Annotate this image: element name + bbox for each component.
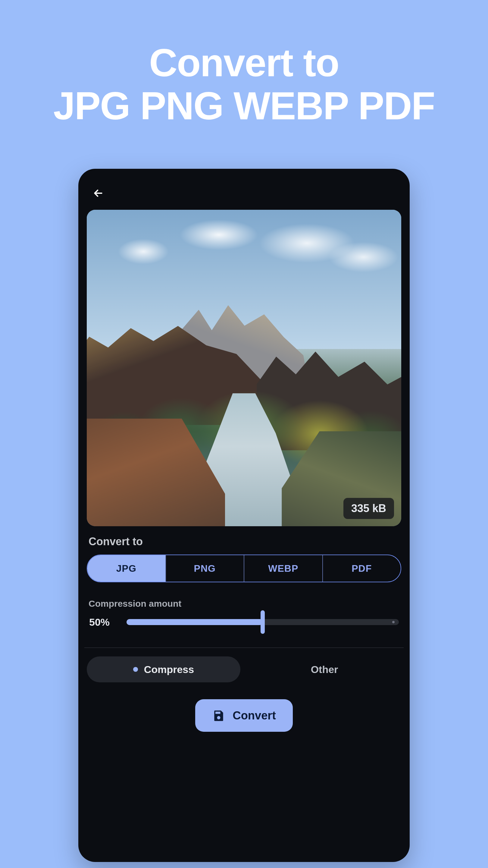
format-option-webp[interactable]: WEBP: [244, 555, 322, 582]
hero-line-2: JPG PNG WEBP PDF: [0, 84, 488, 129]
mode-row: Compress Other: [87, 656, 401, 682]
convert-to-label: Convert to: [89, 535, 401, 548]
divider: [84, 647, 404, 648]
format-option-png[interactable]: PNG: [165, 555, 244, 582]
arrow-left-icon: [92, 187, 104, 199]
file-size-badge: 335 kB: [344, 498, 394, 519]
image-preview[interactable]: 335 kB: [87, 210, 401, 526]
mode-other[interactable]: Other: [248, 664, 401, 675]
format-segmented-control: JPG PNG WEBP PDF: [87, 555, 401, 582]
convert-button-label: Convert: [233, 709, 276, 722]
top-bar: [87, 183, 401, 204]
save-icon: [212, 709, 225, 722]
convert-wrap: Convert: [87, 699, 401, 732]
slider-thumb[interactable]: [261, 610, 265, 634]
format-option-jpg[interactable]: JPG: [87, 555, 165, 582]
mode-compress-pill[interactable]: Compress: [87, 656, 240, 682]
compression-slider[interactable]: [127, 614, 399, 630]
back-button[interactable]: [90, 185, 107, 202]
compression-row: 50%: [87, 611, 401, 630]
slider-fill: [127, 619, 263, 625]
phone-frame: 335 kB Convert to JPG PNG WEBP PDF Compr…: [78, 169, 410, 862]
format-option-pdf[interactable]: PDF: [322, 555, 401, 582]
hero-line-1: Convert to: [0, 42, 488, 84]
hero-banner: Convert to JPG PNG WEBP PDF: [0, 0, 488, 128]
dot-indicator-icon: [133, 667, 138, 672]
convert-button[interactable]: Convert: [195, 699, 293, 732]
mode-compress-label: Compress: [144, 664, 194, 675]
compression-value: 50%: [89, 616, 118, 628]
compression-label: Compression amount: [89, 598, 401, 609]
